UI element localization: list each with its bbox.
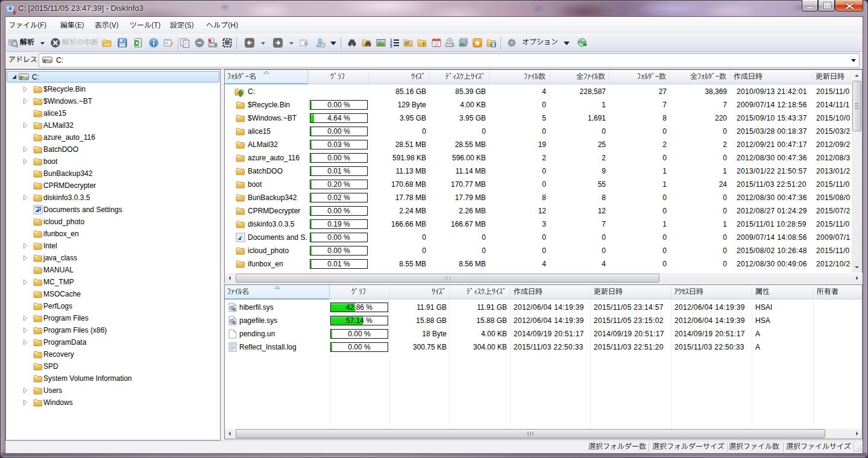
svg-text:3: 3 [390,44,392,48]
svg-text:3: 3 [13,10,16,15]
